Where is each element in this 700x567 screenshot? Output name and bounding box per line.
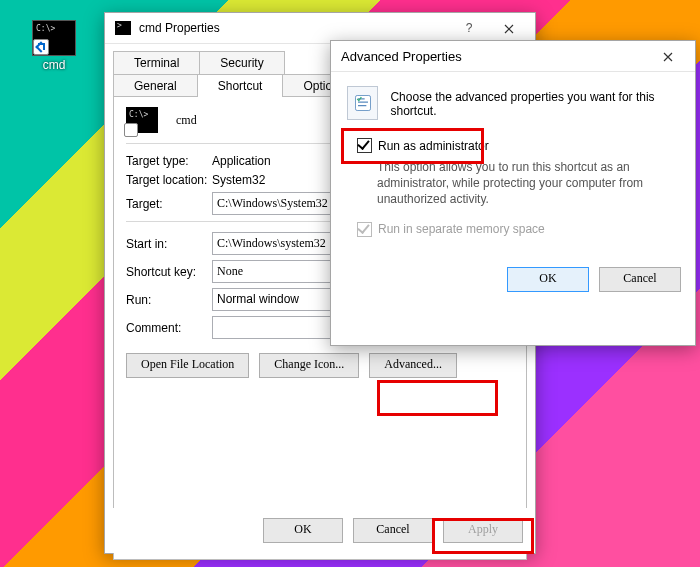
help-button[interactable]: ? bbox=[449, 14, 489, 42]
advanced-headline: Choose the advanced properties you want … bbox=[390, 86, 679, 118]
window-title: Advanced Properties bbox=[341, 49, 647, 64]
properties-icon bbox=[347, 86, 378, 120]
target-location-label: Target location: bbox=[126, 173, 212, 187]
tab-terminal[interactable]: Terminal bbox=[113, 51, 200, 74]
cmd-icon bbox=[32, 20, 76, 56]
cancel-button[interactable]: Cancel bbox=[599, 267, 681, 292]
startin-label: Start in: bbox=[126, 237, 212, 251]
shortcutkey-label: Shortcut key: bbox=[126, 265, 212, 279]
cmd-icon bbox=[115, 21, 131, 35]
change-icon-button[interactable]: Change Icon... bbox=[259, 353, 359, 378]
cancel-button[interactable]: Cancel bbox=[353, 518, 433, 543]
window-title: cmd Properties bbox=[139, 21, 449, 35]
shortcut-label: cmd bbox=[26, 58, 82, 72]
close-icon bbox=[663, 52, 673, 62]
advanced-button[interactable]: Advanced... bbox=[369, 353, 457, 378]
open-file-location-button[interactable]: Open File Location bbox=[126, 353, 249, 378]
separate-memory-row: Run in separate memory space bbox=[357, 222, 679, 237]
close-button[interactable] bbox=[489, 14, 529, 42]
shortcut-icon-preview bbox=[126, 107, 158, 133]
run-value: Normal window bbox=[217, 292, 299, 306]
desktop-shortcut-cmd[interactable]: cmd bbox=[26, 20, 82, 72]
close-button[interactable] bbox=[647, 42, 689, 70]
target-label: Target: bbox=[126, 197, 212, 211]
advanced-properties-dialog: Advanced Properties Choose the advanced … bbox=[330, 40, 696, 346]
titlebar[interactable]: Advanced Properties bbox=[331, 41, 695, 72]
shortcut-overlay-icon bbox=[33, 39, 49, 55]
target-type-label: Target type: bbox=[126, 154, 212, 168]
svg-rect-0 bbox=[355, 96, 370, 111]
separate-memory-checkbox bbox=[357, 222, 372, 237]
desktop-wallpaper: cmd cmd Properties ? Terminal Security G… bbox=[0, 0, 700, 567]
run-as-admin-description: This option allows you to run this short… bbox=[377, 159, 679, 208]
ok-button[interactable]: OK bbox=[263, 518, 343, 543]
run-as-admin-label: Run as administrator bbox=[378, 139, 489, 153]
dialog-buttons: OK Cancel Apply bbox=[105, 508, 535, 553]
tab-shortcut[interactable]: Shortcut bbox=[197, 74, 284, 97]
shortcut-overlay-icon bbox=[124, 123, 138, 137]
tab-security[interactable]: Security bbox=[199, 51, 284, 74]
comment-label: Comment: bbox=[126, 321, 212, 335]
dialog-buttons: OK Cancel bbox=[331, 257, 695, 292]
run-as-admin-row[interactable]: Run as administrator bbox=[357, 138, 679, 153]
apply-button[interactable]: Apply bbox=[443, 518, 523, 543]
close-icon bbox=[504, 24, 514, 34]
separate-memory-label: Run in separate memory space bbox=[378, 222, 545, 236]
ok-button[interactable]: OK bbox=[507, 267, 589, 292]
run-as-admin-checkbox[interactable] bbox=[357, 138, 372, 153]
run-label: Run: bbox=[126, 293, 212, 307]
tab-general[interactable]: General bbox=[113, 74, 198, 97]
